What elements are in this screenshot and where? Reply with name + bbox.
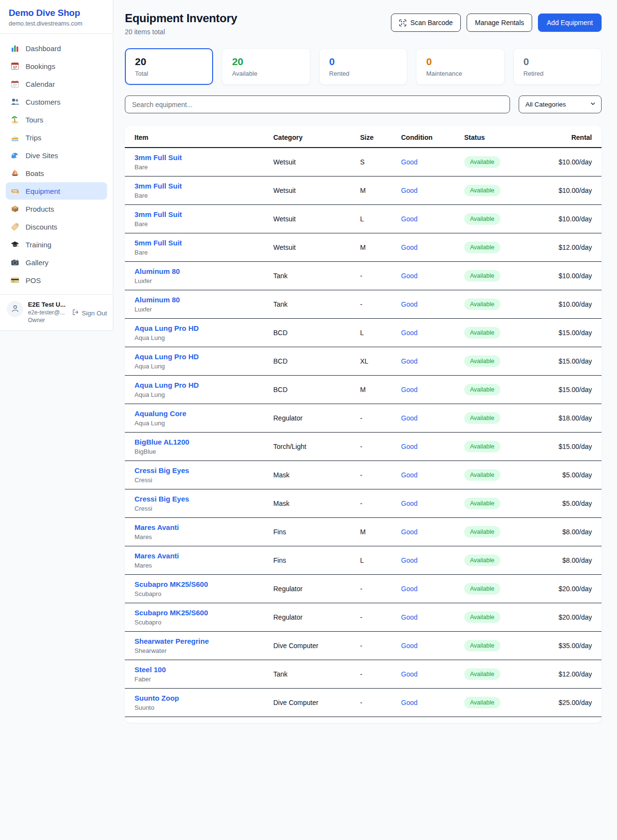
- item-brand: Shearwater: [134, 647, 273, 654]
- sidebar-item-equipment[interactable]: Equipment: [6, 182, 107, 200]
- search-input[interactable]: [125, 95, 510, 113]
- item-link[interactable]: Shearwater Peregrine: [134, 637, 273, 645]
- category-select[interactable]: All Categories: [519, 95, 602, 113]
- item-link[interactable]: Aluminum 80: [134, 296, 273, 304]
- item-link[interactable]: Aqualung Core: [134, 409, 273, 418]
- stat-card-retired[interactable]: 0Retired: [513, 48, 602, 85]
- sidebar-item-customers[interactable]: Customers: [6, 93, 107, 110]
- sidebar-item-discounts[interactable]: Discounts: [6, 218, 107, 235]
- stat-card-total[interactable]: 20Total: [125, 48, 213, 85]
- stat-card-available[interactable]: 20Available: [222, 48, 310, 85]
- item-link[interactable]: Aqua Lung Pro HD: [134, 352, 273, 361]
- manage-rentals-button[interactable]: Manage Rentals: [467, 14, 532, 32]
- item-link[interactable]: Aqua Lung Pro HD: [134, 324, 273, 332]
- item-link[interactable]: BigBlue AL1200: [134, 438, 273, 446]
- condition-link[interactable]: Good: [401, 329, 417, 337]
- sidebar-item-label: Training: [26, 241, 52, 249]
- item-size: -: [360, 262, 401, 290]
- status-badge: Available: [464, 242, 500, 253]
- palm-island-icon: [11, 115, 19, 124]
- item-link[interactable]: Steel 100: [134, 665, 273, 674]
- item-link[interactable]: Aqua Lung Pro HD: [134, 381, 273, 389]
- item-link[interactable]: 5mm Full Suit: [134, 239, 273, 247]
- condition-link[interactable]: Good: [401, 300, 417, 308]
- status-badge: Available: [464, 213, 500, 225]
- rental-price: $12.00/day: [559, 244, 592, 251]
- sidebar-item-calendar[interactable]: Calendar: [6, 75, 107, 93]
- condition-link[interactable]: Good: [401, 386, 417, 393]
- status-badge: Available: [464, 498, 500, 509]
- condition-link[interactable]: Good: [401, 500, 417, 507]
- item-brand: Cressi: [134, 505, 273, 512]
- item-link[interactable]: 3mm Full Suit: [134, 153, 273, 162]
- sidebar-item-gallery[interactable]: Gallery: [6, 254, 107, 271]
- sidebar-item-trips[interactable]: Trips: [6, 129, 107, 146]
- sidebar-item-bookings[interactable]: 17Bookings: [6, 57, 107, 75]
- sign-out-button[interactable]: Sign Out: [72, 309, 107, 317]
- item-link[interactable]: 3mm Full Suit: [134, 210, 273, 218]
- item-category: Wetsuit: [273, 176, 360, 205]
- condition-link[interactable]: Good: [401, 670, 417, 678]
- condition-link[interactable]: Good: [401, 414, 417, 422]
- item-size: -: [360, 660, 401, 689]
- stat-card-maintenance[interactable]: 0Maintenance: [416, 48, 504, 85]
- condition-link[interactable]: Good: [401, 244, 417, 251]
- item-brand: Bare: [134, 192, 273, 199]
- stats-row: 20Total20Available0Rented0Maintenance0Re…: [125, 48, 602, 85]
- item-link[interactable]: Aluminum 80: [134, 267, 273, 275]
- item-link[interactable]: Cressi Big Eyes: [134, 495, 273, 503]
- sidebar-item-boats[interactable]: Boats: [6, 164, 107, 182]
- sidebar: Demo Dive Shop demo.test.divestreams.com…: [0, 0, 113, 331]
- status-badge: Available: [464, 668, 500, 680]
- item-size: L: [360, 319, 401, 347]
- status-badge: Available: [464, 697, 500, 708]
- item-link[interactable]: Mares Avanti: [134, 552, 273, 560]
- add-equipment-button[interactable]: Add Equipment: [538, 14, 602, 32]
- scan-barcode-button[interactable]: Scan Barcode: [391, 14, 461, 32]
- rental-price: $10.00/day: [559, 272, 592, 280]
- camera-icon: [11, 258, 19, 267]
- item-brand: BigBlue: [134, 448, 273, 455]
- condition-link[interactable]: Good: [401, 613, 417, 621]
- rental-price: $15.00/day: [559, 329, 592, 337]
- condition-link[interactable]: Good: [401, 443, 417, 450]
- condition-link[interactable]: Good: [401, 215, 417, 223]
- item-category: Mask: [273, 489, 360, 518]
- item-link[interactable]: Cressi Big Eyes: [134, 466, 273, 474]
- condition-link[interactable]: Good: [401, 585, 417, 593]
- condition-link[interactable]: Good: [401, 642, 417, 650]
- rental-price: $18.00/day: [559, 414, 592, 422]
- item-category: Fins: [273, 546, 360, 575]
- svg-text:17: 17: [13, 65, 17, 69]
- item-link[interactable]: Scubapro MK25/S600: [134, 609, 273, 617]
- sidebar-item-pos[interactable]: POS: [6, 271, 107, 289]
- stat-card-rented[interactable]: 0Rented: [319, 48, 407, 85]
- sidebar-item-dive-sites[interactable]: Dive Sites: [6, 147, 107, 164]
- condition-link[interactable]: Good: [401, 357, 417, 365]
- condition-link[interactable]: Good: [401, 187, 417, 194]
- condition-link[interactable]: Good: [401, 471, 417, 479]
- item-link[interactable]: Mares Avanti: [134, 523, 273, 531]
- condition-link[interactable]: Good: [401, 556, 417, 564]
- sidebar-item-products[interactable]: Products: [6, 200, 107, 217]
- item-link[interactable]: Scubapro MK25/S600: [134, 580, 273, 588]
- sidebar-item-training[interactable]: Training: [6, 236, 107, 253]
- item-link[interactable]: 3mm Full Suit: [134, 182, 273, 190]
- user-box: E2E Test U... e2e-tester@... Owner Sign …: [0, 294, 113, 330]
- equipment-table: ItemCategorySizeConditionStatusRental 3m…: [125, 126, 602, 717]
- sidebar-item-label: Dashboard: [26, 44, 61, 53]
- item-size: -: [360, 489, 401, 518]
- sidebar-item-tours[interactable]: Tours: [6, 111, 107, 128]
- status-badge: Available: [464, 640, 500, 651]
- header-actions: Scan Barcode Manage Rentals Add Equipmen…: [391, 14, 602, 32]
- manage-rentals-label: Manage Rentals: [475, 19, 524, 27]
- condition-link[interactable]: Good: [401, 528, 417, 536]
- item-size: M: [360, 176, 401, 205]
- stat-label: Available: [232, 70, 300, 77]
- condition-link[interactable]: Good: [401, 158, 417, 166]
- condition-link[interactable]: Good: [401, 272, 417, 280]
- sidebar-item-dashboard[interactable]: Dashboard: [6, 40, 107, 57]
- condition-link[interactable]: Good: [401, 699, 417, 706]
- item-link[interactable]: Suunto Zoop: [134, 694, 273, 702]
- table-row: Aluminum 80LuxferTank-GoodAvailable$10.0…: [125, 262, 602, 290]
